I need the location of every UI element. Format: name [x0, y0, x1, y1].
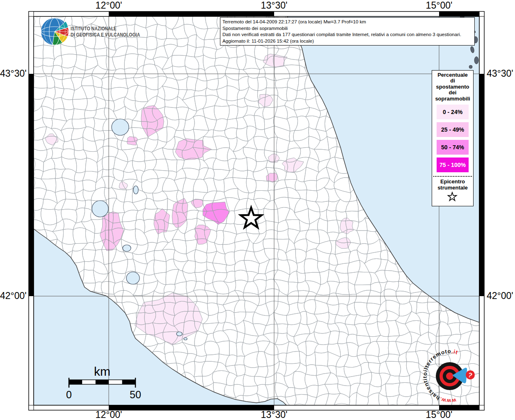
scale-start-label: 0: [66, 389, 72, 400]
lake-bracciano: [126, 272, 140, 284]
ingv-logo: [41, 18, 69, 45]
info-line-data-source: Dati non verificati estratti da 177 ques…: [222, 31, 472, 38]
info-line-event: Terremoto del 14-04-2009 22:17:27 (ora l…: [222, 18, 472, 25]
scale-unit-label: km: [94, 365, 110, 378]
coord-label-left-42: 42°00': [0, 291, 25, 301]
map-page: km 0 50 ? www.haisentitoilterremoto.it 1…: [0, 0, 515, 420]
lake-trasimeno: [112, 119, 129, 135]
coord-label-left-4330: 43°30': [0, 68, 25, 78]
legend-swatch-50-74: 50 - 74%: [437, 140, 469, 155]
coord-label-bottom-1330: 13°30': [247, 410, 301, 420]
lake-piediluco: [133, 186, 138, 194]
scale-end-label: 50: [130, 389, 141, 400]
legend-swatch-0-24: 0 - 24%: [437, 105, 469, 119]
legend-box: Percentuale di spostamento dei soprammob…: [432, 70, 474, 206]
coord-label-bottom-12: 12°00': [82, 410, 135, 420]
legend-swatch-75-100: 75 - 100%: [437, 158, 469, 172]
coord-label-right-4330: 43°30': [487, 68, 515, 78]
ingv-wordmark: ISTITUTO NAZIONALE DI GEOFISICA E VULCAN…: [71, 26, 140, 38]
earthquake-info-box: Terremoto del 14-04-2009 22:17:27 (ora l…: [220, 17, 475, 46]
coord-label-right-42: 42°00': [487, 291, 515, 301]
info-line-updated: Aggiornato il: 11-01-2026 15:42 (ora loc…: [222, 38, 472, 44]
lake-nemi: [184, 338, 187, 340]
map-canvas: km 0 50 ? www.haisentitoilterremoto.it: [0, 0, 515, 420]
lake-bolsena: [92, 201, 108, 217]
coord-label-top-15: 15°00': [412, 0, 466, 11]
legend-title: Percentuale di spostamento dei soprammob…: [432, 72, 473, 102]
legend-divider: [433, 176, 472, 177]
legend-star-icon: [432, 192, 473, 204]
legend-epicenter-label: Epicentro strumentale: [432, 178, 473, 191]
coord-label-bottom-15: 15°00': [412, 410, 466, 420]
info-line-map-type: Spostamento dei soprammobili: [222, 25, 472, 32]
coord-label-top-12: 12°00': [82, 0, 135, 11]
coord-label-top-1330: 13°30': [247, 0, 301, 11]
lake-albano: [176, 332, 182, 336]
lake-vico: [123, 245, 131, 251]
legend-swatch-25-49: 25 - 49%: [437, 122, 469, 137]
